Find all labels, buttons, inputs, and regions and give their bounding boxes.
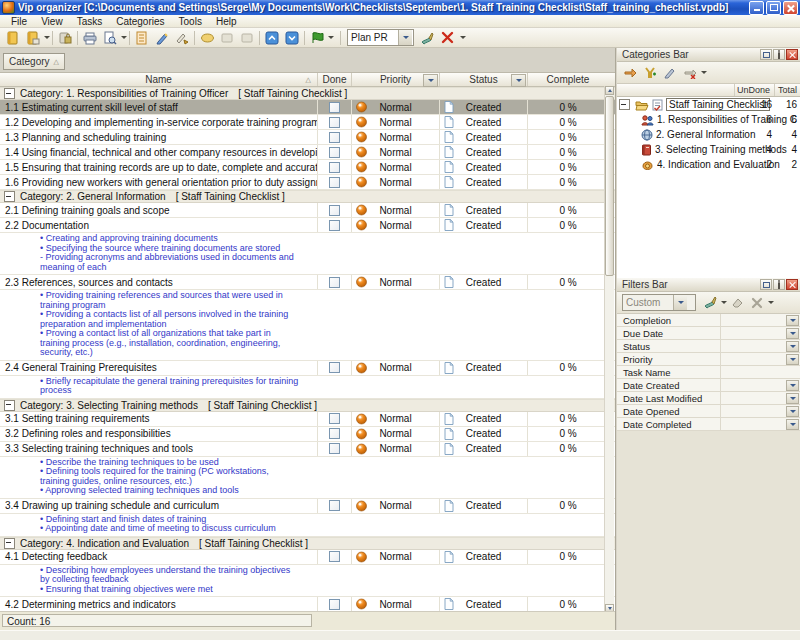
task-row[interactable]: 2.1 Defining training goals and scopeNor… — [0, 203, 615, 218]
category-row[interactable]: Category: 2. General Information[ Staff … — [0, 190, 615, 203]
pin-panel-button[interactable] — [773, 279, 785, 290]
filter-row-status[interactable]: Status — [617, 340, 800, 353]
task-row[interactable]: 1.5 Ensuring that training records are u… — [0, 160, 615, 175]
filter-dropdown-button[interactable] — [786, 380, 799, 391]
task-row[interactable]: 3.4 Drawing up training schedule and cur… — [0, 499, 615, 514]
collapse-icon[interactable] — [4, 88, 15, 99]
column-header-priority[interactable]: Priority — [352, 73, 440, 86]
add-subcategory-button[interactable] — [640, 63, 660, 82]
add-category-button[interactable] — [620, 63, 640, 82]
task-row[interactable]: 3.3 Selecting training techniques and to… — [0, 442, 615, 457]
delete-category-button[interactable] — [680, 63, 700, 82]
done-checkbox[interactable] — [329, 147, 340, 158]
filter-dropdown-button[interactable] — [786, 341, 799, 352]
done-checkbox[interactable] — [329, 220, 340, 231]
done-checkbox[interactable] — [329, 277, 340, 288]
category-row[interactable]: Category: 4. Indication and Evaluation[ … — [0, 537, 615, 550]
task-row[interactable]: 3.2 Defining roles and responsibilitiesN… — [0, 427, 615, 442]
print-caret-icon[interactable] — [121, 36, 127, 39]
filters-toolbar-caret-icon[interactable] — [768, 301, 774, 304]
task-row[interactable]: 1.3 Planning and scheduling trainingNorm… — [0, 130, 615, 145]
filter-dropdown-button[interactable] — [786, 406, 799, 417]
scroll-up-button[interactable] — [605, 86, 614, 95]
remove-filter-button[interactable] — [747, 293, 767, 312]
category-row[interactable]: Category: 1. Responsibilities of Trainin… — [0, 87, 615, 100]
tree-item-root[interactable]: Staff Taining Checklist1616 — [617, 97, 800, 112]
undock-panel-button[interactable] — [760, 49, 772, 60]
task-row[interactable]: 1.6 Providing new workers with general o… — [0, 175, 615, 190]
collapse-all-button[interactable] — [262, 28, 282, 47]
plan-combo[interactable]: Plan PR — [347, 29, 414, 46]
task-row[interactable]: 2.2 DocumentationNormalCreated0 % — [0, 218, 615, 233]
apply-filter-button[interactable] — [417, 28, 437, 47]
close-panel-button[interactable] — [786, 49, 798, 60]
task-row[interactable]: 1.4 Using financial, technical and other… — [0, 145, 615, 160]
pin-panel-button[interactable] — [773, 49, 785, 60]
plan-combo-dropdown[interactable] — [398, 30, 412, 45]
filter-dropdown-button[interactable] — [786, 315, 799, 326]
menu-item-file[interactable]: File — [4, 15, 34, 28]
column-header-status[interactable]: Status — [440, 73, 528, 86]
filter-dropdown-button[interactable] — [786, 354, 799, 365]
menu-item-help[interactable]: Help — [209, 15, 244, 28]
open-database-button[interactable] — [23, 28, 43, 47]
filter-row-completion[interactable]: Completion — [617, 314, 800, 327]
task-row[interactable]: 3.1 Setting training requirementsNormalC… — [0, 412, 615, 427]
scrollbar-thumb[interactable] — [605, 96, 614, 276]
task-row[interactable]: 1.1 Estimating current skill level of st… — [0, 100, 615, 115]
filter-dropdown-button[interactable] — [786, 419, 799, 430]
reports-caret-icon[interactable] — [328, 36, 334, 39]
task-row[interactable]: 2.3 References, sources and contactsNorm… — [0, 275, 615, 290]
tree-item[interactable]: 4. Indication and Evaluation22 — [617, 157, 800, 172]
column-header-done[interactable]: Done — [318, 73, 352, 86]
done-checkbox[interactable] — [329, 117, 340, 128]
filter-caret-icon[interactable] — [460, 36, 466, 39]
done-checkbox[interactable] — [329, 102, 340, 113]
tree-item[interactable]: 3. Selecting Training methods44 — [617, 142, 800, 157]
task-row[interactable]: 4.2 Determining metrics and indicatorsNo… — [0, 597, 615, 612]
filter-row-priority[interactable]: Priority — [617, 353, 800, 366]
collapse-icon[interactable] — [4, 400, 15, 411]
undock-panel-button[interactable] — [760, 279, 772, 290]
group-by-category-chip[interactable]: Category △ — [3, 53, 65, 70]
categories-toolbar-caret-icon[interactable] — [701, 71, 707, 74]
done-checkbox[interactable] — [329, 413, 340, 424]
collapse-icon[interactable] — [619, 99, 630, 110]
tree-item[interactable]: 2. General Information44 — [617, 127, 800, 142]
apply-custom-filter-button[interactable] — [700, 293, 720, 312]
clear-filter-button[interactable] — [437, 28, 457, 47]
column-header-complete[interactable]: Complete — [528, 73, 608, 86]
done-checkbox[interactable] — [329, 599, 340, 610]
new-database-button[interactable] — [3, 28, 23, 47]
done-checkbox[interactable] — [329, 162, 340, 173]
total-column-label[interactable]: Total — [775, 84, 800, 96]
reports-button[interactable] — [307, 28, 327, 47]
filter-row-date-opened[interactable]: Date Opened — [617, 405, 800, 418]
open-database-caret-icon[interactable] — [44, 36, 50, 39]
close-button[interactable] — [783, 1, 798, 15]
task-row[interactable]: 2.4 General Training PrerequisitesNormal… — [0, 361, 615, 376]
expand-all-button[interactable] — [282, 28, 302, 47]
done-checkbox[interactable] — [329, 500, 340, 511]
tree-item[interactable]: 1. Responsibilities of Training C66 — [617, 112, 800, 127]
category-row[interactable]: Category: 3. Selecting Training methods[… — [0, 399, 615, 412]
print-button[interactable] — [80, 28, 100, 47]
restore-button[interactable] — [766, 1, 781, 15]
filter-preset-dropdown[interactable] — [673, 295, 687, 310]
done-checkbox[interactable] — [329, 551, 340, 562]
menu-item-tasks[interactable]: Tasks — [70, 15, 110, 28]
menu-item-tools[interactable]: Tools — [172, 15, 209, 28]
filter-row-date-created[interactable]: Date Created — [617, 379, 800, 392]
edit-task-button[interactable] — [152, 28, 172, 47]
filter-row-date-completed[interactable]: Date Completed — [617, 418, 800, 431]
done-checkbox[interactable] — [329, 428, 340, 439]
redo-button[interactable] — [237, 28, 257, 47]
filter-dropdown-button[interactable] — [786, 328, 799, 339]
clear-filter-fields-button[interactable] — [727, 293, 747, 312]
menu-item-categories[interactable]: Categories — [109, 15, 171, 28]
notes-button[interactable] — [197, 28, 217, 47]
protect-database-button[interactable] — [55, 28, 75, 47]
task-row[interactable]: 1.2 Developing and implementing in-servi… — [0, 115, 615, 130]
collapse-icon[interactable] — [4, 191, 15, 202]
collapse-icon[interactable] — [4, 538, 15, 549]
